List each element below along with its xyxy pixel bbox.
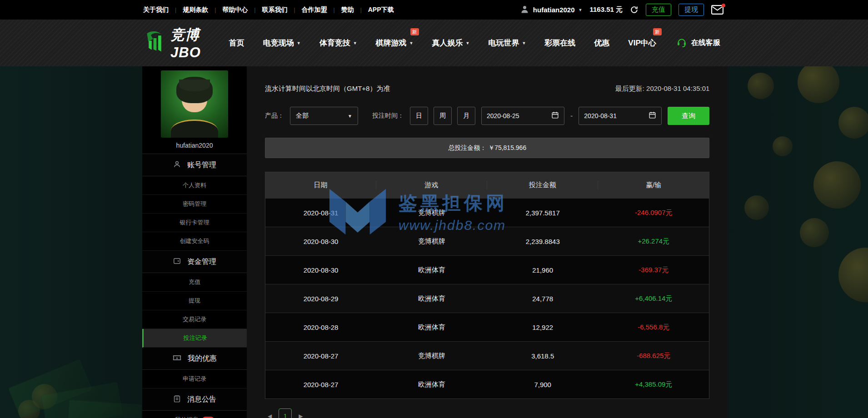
nav-item-label: 彩票在线 bbox=[544, 38, 575, 48]
cell-result: -688.625元 bbox=[598, 352, 709, 360]
nav-item[interactable]: VIP中心新 bbox=[628, 38, 656, 48]
cell-date: 2020-08-27 bbox=[265, 352, 376, 360]
nav-item-label: 体育竞技 bbox=[319, 38, 350, 48]
withdraw-button[interactable]: 提现 bbox=[678, 4, 704, 16]
decor-coin bbox=[32, 384, 57, 409]
chevron-down-icon: ▼ bbox=[409, 41, 414, 45]
range-button[interactable]: 周 bbox=[434, 107, 452, 125]
date-to-input[interactable]: 2020-08-31 bbox=[579, 107, 662, 125]
nav-item[interactable]: 棋牌游戏▼新 bbox=[376, 38, 414, 48]
sidebar-item-label: 密码管理 bbox=[183, 200, 206, 208]
headset-icon bbox=[676, 37, 687, 50]
sidebar-item-label: 银行卡管理 bbox=[180, 219, 210, 227]
decor-coin bbox=[798, 61, 839, 103]
nav-item[interactable]: 真人娱乐▼ bbox=[432, 38, 470, 48]
balance-amount: 1163.51 元 bbox=[589, 5, 623, 14]
prev-page-icon[interactable]: ◀ bbox=[268, 413, 272, 418]
sidebar-item-label: 个人资料 bbox=[183, 181, 206, 189]
decor-coin bbox=[800, 218, 829, 247]
notice-row: 流水计算时间以北京时间（GMT+8）为准 最后更新: 2020-08-31 04… bbox=[265, 85, 709, 93]
nav-item-label: 真人娱乐 bbox=[432, 38, 463, 48]
nav-item[interactable]: 体育竞技▼ bbox=[319, 38, 357, 48]
decor-coin bbox=[838, 248, 868, 302]
avatar-fringe bbox=[179, 80, 210, 91]
table-header-row: 日期游戏投注金额赢/输 bbox=[265, 172, 709, 198]
calendar-icon bbox=[649, 111, 656, 121]
table-row: 2020-08-28欧洲体育12,922-6,556.8元 bbox=[265, 313, 709, 341]
topbar-link[interactable]: 关于我们 bbox=[143, 6, 169, 14]
refresh-icon[interactable] bbox=[630, 5, 639, 14]
sidebar-item[interactable]: 银行卡管理 bbox=[142, 214, 247, 232]
sidebar-item[interactable]: 个人资料 bbox=[142, 176, 247, 195]
svg-text:¥: ¥ bbox=[176, 356, 178, 360]
nav-item[interactable]: 电玩世界▼ bbox=[488, 38, 526, 48]
main-nav: 竞博JBO 首页电竞现场▼体育竞技▼棋牌游戏▼新真人娱乐▼电玩世界▼彩票在线优惠… bbox=[0, 20, 868, 66]
search-button[interactable]: 查询 bbox=[668, 107, 709, 125]
separator: | bbox=[334, 7, 335, 13]
date-from-input[interactable]: 2020-08-25 bbox=[481, 107, 564, 125]
main-content: 流水计算时间以北京时间（GMT+8）为准 最后更新: 2020-08-31 04… bbox=[247, 66, 728, 418]
nav-item-label: 首页 bbox=[229, 38, 244, 48]
topbar-link[interactable]: 合作加盟 bbox=[302, 6, 327, 14]
page-number-current[interactable]: 1 bbox=[279, 408, 292, 418]
mail-icon[interactable] bbox=[711, 5, 723, 15]
range-button[interactable]: 日 bbox=[410, 107, 428, 125]
sidebar-item[interactable]: 交易记录 bbox=[142, 310, 247, 329]
table-body: 2020-08-31竞博棋牌2,397.5817-246.0907元2020-0… bbox=[265, 198, 709, 398]
nav-item[interactable]: 彩票在线 bbox=[544, 38, 575, 48]
sidebar-item-label: 提现 bbox=[189, 297, 200, 305]
sidebar-item[interactable]: 投注记录 bbox=[142, 329, 247, 348]
sidebar-item-label: 申请记录 bbox=[183, 375, 206, 383]
product-label: 产品： bbox=[265, 112, 284, 120]
sidebar-section-header[interactable]: 账号管理 bbox=[142, 154, 247, 176]
user-icon bbox=[520, 5, 529, 15]
sidebar-section-label: 资金管理 bbox=[187, 257, 216, 267]
sidebar-item[interactable]: 密码管理 bbox=[142, 195, 247, 214]
date-from-value: 2020-08-25 bbox=[487, 112, 519, 119]
sidebar-section-header[interactable]: 资金管理 bbox=[142, 251, 247, 273]
logo[interactable]: 竞博JBO bbox=[142, 25, 201, 61]
nav-item[interactable]: 优惠 bbox=[594, 38, 609, 48]
support-label: 在线客服 bbox=[691, 38, 720, 48]
content-wrap: hufatian2020 账号管理个人资料密码管理银行卡管理创建安全码资金管理充… bbox=[142, 66, 726, 418]
new-badge: 新 bbox=[653, 28, 662, 35]
decor-coin bbox=[813, 161, 861, 209]
nav-item-label: 电竞现场 bbox=[263, 38, 294, 48]
topbar-link[interactable]: 赞助 bbox=[341, 6, 354, 14]
new-badge: 新 bbox=[410, 28, 419, 35]
deposit-button[interactable]: 充值 bbox=[646, 4, 671, 16]
nav-items: 首页电竞现场▼体育竞技▼棋牌游戏▼新真人娱乐▼电玩世界▼彩票在线优惠VIP中心新 bbox=[229, 38, 656, 48]
sidebar-item[interactable]: 充值 bbox=[142, 273, 247, 292]
sidebar-menu: 账号管理个人资料密码管理银行卡管理创建安全码资金管理充值提现交易记录投注记录¥我… bbox=[142, 154, 247, 418]
sidebar-item[interactable]: 创建安全码 bbox=[142, 232, 247, 251]
support-link[interactable]: 在线客服 bbox=[676, 37, 720, 50]
topbar-link[interactable]: APP下载 bbox=[368, 6, 394, 14]
cell-amount: 3,618.5 bbox=[487, 352, 598, 360]
next-page-icon[interactable]: ▶ bbox=[299, 413, 303, 418]
sidebar-item-label: 我的消息 bbox=[175, 416, 199, 418]
decor-coin bbox=[18, 400, 40, 418]
topbar-link[interactable]: 帮助中心 bbox=[222, 6, 248, 14]
topbar-link[interactable]: 联系我们 bbox=[262, 6, 287, 14]
cell-result: -6,556.8元 bbox=[598, 323, 709, 332]
range-button[interactable]: 月 bbox=[457, 107, 475, 125]
nav-item[interactable]: 首页 bbox=[229, 38, 244, 48]
cell-date: 2020-08-29 bbox=[265, 295, 376, 303]
decor-money bbox=[41, 382, 123, 418]
topbar-username: hufatian2020 bbox=[533, 6, 575, 14]
sidebar-item[interactable]: 我的消息19 bbox=[142, 411, 247, 418]
product-select[interactable]: 全部 ▼ bbox=[290, 107, 358, 125]
topbar-link[interactable]: 规则条款 bbox=[183, 6, 208, 14]
nav-item-label: VIP中心 bbox=[628, 38, 656, 48]
separator: | bbox=[360, 7, 362, 13]
sidebar: hufatian2020 账号管理个人资料密码管理银行卡管理创建安全码资金管理充… bbox=[142, 66, 247, 418]
sidebar-section-header[interactable]: ¥我的优惠 bbox=[142, 348, 247, 370]
nav-item[interactable]: 电竞现场▼ bbox=[263, 38, 301, 48]
user-menu[interactable]: hufatian2020 ▼ bbox=[520, 5, 583, 15]
cell-result: +6,406.14元 bbox=[598, 294, 709, 303]
sidebar-item[interactable]: 申请记录 bbox=[142, 370, 247, 388]
logo-icon bbox=[142, 29, 168, 57]
sidebar-section-header[interactable]: 消息公告 bbox=[142, 388, 247, 411]
avatar-shoulders bbox=[171, 119, 218, 138]
sidebar-item[interactable]: 提现 bbox=[142, 292, 247, 310]
